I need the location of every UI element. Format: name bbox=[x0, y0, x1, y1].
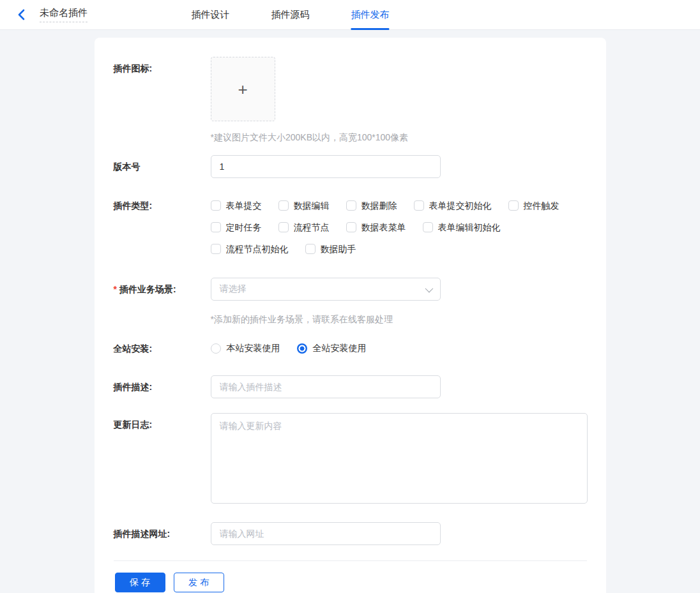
changelog-textarea[interactable] bbox=[211, 413, 588, 504]
business-scene-hint: *添加新的插件业务场景，请联系在线客服处理 bbox=[211, 313, 587, 325]
plugin-type-option-9[interactable]: 流程节点初始化 bbox=[211, 243, 289, 255]
site-install-option-0[interactable]: 本站安装使用 bbox=[211, 343, 280, 354]
checkbox-icon[interactable] bbox=[211, 200, 221, 211]
checkbox-label: 定时任务 bbox=[226, 221, 262, 233]
publish-form-card: 插件图标: + *建议图片文件大小200KB以内，高宽100*100像素 版本号… bbox=[95, 38, 606, 593]
business-scene-select[interactable]: 请选择 bbox=[211, 278, 441, 301]
icon-label: 插件图标: bbox=[114, 57, 211, 75]
save-button[interactable]: 保存 bbox=[115, 573, 165, 592]
checkbox-label: 数据助手 bbox=[321, 243, 356, 255]
radio-icon[interactable] bbox=[297, 343, 307, 354]
radio-icon[interactable] bbox=[211, 343, 221, 354]
plugin-type-option-1[interactable]: 数据编辑 bbox=[278, 200, 330, 211]
version-input[interactable] bbox=[211, 155, 441, 178]
plugin-name[interactable]: 未命名插件 bbox=[40, 7, 88, 22]
form-row-version: 版本号 bbox=[114, 155, 587, 178]
plugin-type-option-4[interactable]: 控件触发 bbox=[508, 200, 559, 211]
business-scene-label: *插件业务场景: bbox=[114, 278, 211, 296]
form-row-site-install: 全站安装: 本站安装使用全站安装使用 bbox=[114, 338, 587, 355]
tab-design[interactable]: 插件设计 bbox=[191, 0, 229, 30]
checkbox-icon[interactable] bbox=[414, 200, 424, 211]
tab-publish[interactable]: 插件发布 bbox=[351, 0, 389, 30]
tabs: 插件设计插件源码插件发布 bbox=[191, 0, 389, 30]
checkbox-label: 数据删除 bbox=[361, 200, 397, 211]
plugin-type-option-2[interactable]: 数据删除 bbox=[346, 200, 397, 211]
tab-source[interactable]: 插件源码 bbox=[271, 0, 309, 30]
site-install-options: 本站安装使用全站安装使用 bbox=[211, 338, 587, 354]
plugin-type-label: 插件类型: bbox=[114, 195, 211, 212]
checkbox-icon[interactable] bbox=[278, 200, 289, 211]
checkbox-label: 流程节点 bbox=[294, 221, 330, 233]
plugin-type-option-8[interactable]: 表单编辑初始化 bbox=[423, 221, 501, 233]
description-url-input[interactable] bbox=[211, 522, 441, 545]
checkbox-label: 表单编辑初始化 bbox=[438, 221, 501, 233]
back-icon[interactable] bbox=[14, 8, 28, 22]
site-install-label: 全站安装: bbox=[114, 338, 211, 355]
version-label: 版本号 bbox=[114, 160, 211, 173]
form-row-changelog: 更新日志: bbox=[114, 413, 587, 506]
chevron-down-icon bbox=[425, 285, 433, 293]
plugin-type-option-5[interactable]: 定时任务 bbox=[211, 221, 262, 233]
form-row-plugin-type: 插件类型: 表单提交数据编辑数据删除表单提交初始化控件触发定时任务流程节点数据表… bbox=[114, 195, 587, 255]
form-row-description: 插件描述: bbox=[114, 375, 587, 398]
description-input[interactable] bbox=[211, 375, 441, 398]
select-placeholder: 请选择 bbox=[220, 283, 247, 295]
publish-button[interactable]: 发布 bbox=[174, 573, 224, 592]
checkbox-label: 数据编辑 bbox=[294, 200, 330, 211]
radio-label: 全站安装使用 bbox=[313, 343, 367, 354]
icon-upload-hint: *建议图片文件大小200KB以内，高宽100*100像素 bbox=[211, 131, 587, 143]
plugin-type-options: 表单提交数据编辑数据删除表单提交初始化控件触发定时任务流程节点数据表菜单表单编辑… bbox=[211, 195, 566, 255]
plus-icon: + bbox=[238, 81, 247, 98]
icon-upload-button[interactable]: + bbox=[211, 57, 275, 121]
button-row: 保存 发布 bbox=[114, 573, 587, 592]
plugin-type-option-3[interactable]: 表单提交初始化 bbox=[414, 200, 492, 211]
form-row-icon: 插件图标: + *建议图片文件大小200KB以内，高宽100*100像素 bbox=[114, 57, 587, 143]
plugin-type-option-0[interactable]: 表单提交 bbox=[211, 200, 262, 211]
plugin-type-option-10[interactable]: 数据助手 bbox=[305, 243, 356, 255]
description-label: 插件描述: bbox=[114, 380, 211, 393]
form-row-business-scene: *插件业务场景: 请选择 *添加新的插件业务场景，请联系在线客服处理 bbox=[114, 278, 587, 325]
checkbox-icon[interactable] bbox=[278, 222, 289, 232]
required-mark: * bbox=[114, 284, 117, 294]
checkbox-icon[interactable] bbox=[346, 222, 356, 232]
checkbox-icon[interactable] bbox=[211, 222, 221, 232]
checkbox-icon[interactable] bbox=[211, 244, 221, 254]
plugin-type-option-7[interactable]: 数据表菜单 bbox=[346, 221, 406, 233]
radio-label: 本站安装使用 bbox=[227, 343, 280, 354]
top-bar: 未命名插件 插件设计插件源码插件发布 bbox=[0, 0, 700, 30]
checkbox-label: 表单提交初始化 bbox=[429, 200, 492, 211]
checkbox-label: 流程节点初始化 bbox=[226, 243, 289, 255]
form-row-description-url: 插件描述网址: bbox=[114, 522, 587, 545]
checkbox-label: 数据表菜单 bbox=[361, 221, 406, 233]
checkbox-icon[interactable] bbox=[346, 200, 356, 211]
checkbox-icon[interactable] bbox=[305, 244, 316, 254]
checkbox-icon[interactable] bbox=[508, 200, 519, 211]
divider bbox=[114, 560, 587, 561]
checkbox-label: 控件触发 bbox=[524, 200, 559, 211]
plugin-type-option-6[interactable]: 流程节点 bbox=[278, 221, 330, 233]
site-install-option-1[interactable]: 全站安装使用 bbox=[297, 343, 367, 354]
description-url-label: 插件描述网址: bbox=[114, 527, 211, 540]
checkbox-icon[interactable] bbox=[423, 222, 433, 232]
checkbox-label: 表单提交 bbox=[226, 200, 262, 211]
changelog-label: 更新日志: bbox=[114, 413, 211, 431]
